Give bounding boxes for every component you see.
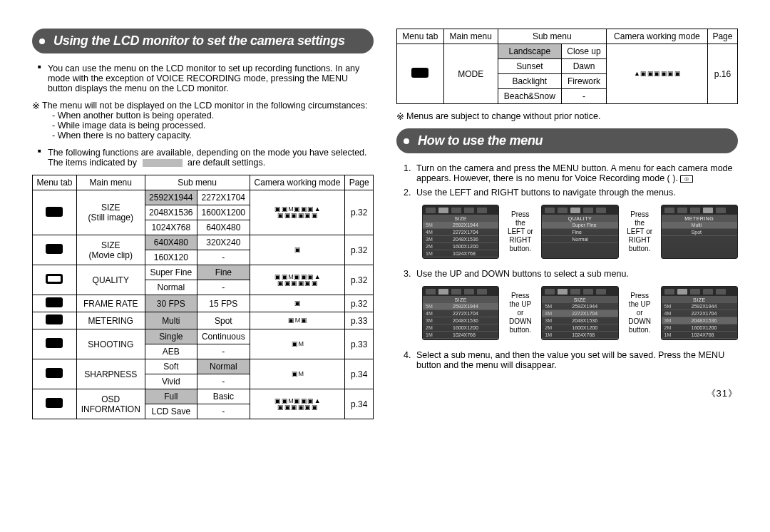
howto-steps-3: Select a sub menu, and then the value yo…: [404, 350, 738, 370]
cell: Vivid: [145, 374, 197, 389]
cell-page: p.32: [345, 190, 374, 235]
cell: 2592X1944: [145, 190, 197, 205]
cell-page: p.33: [345, 312, 374, 329]
cell: Sunset: [498, 59, 561, 74]
menutab-icon: [33, 312, 77, 329]
cam-screen-size-c: SIZE 5M2592X1944 4M2272X1704 3M2048X1536…: [661, 286, 738, 340]
mode-icons: ▣ ▣ M ▣ ▣ ▣ ▲▣ ▣ ▣ ▣ ▣ ▣: [250, 265, 345, 295]
row-sharp: SHARPNESS: [76, 359, 145, 389]
row-frame: FRAME RATE: [76, 295, 145, 312]
cam-title: QUALITY: [542, 215, 617, 222]
section-title-lcd: Using the LCD monitor to set the camera …: [32, 29, 374, 53]
menutab-icon: [33, 329, 77, 359]
no-display-item: When another button is being operated.: [52, 111, 374, 121]
cell: 640X480: [197, 220, 250, 235]
no-display-intro: The menu will not be displayed on the LC…: [42, 101, 367, 111]
th-mode: Camera working mode: [250, 175, 345, 190]
press-ud-label: Press the UP or DOWN button.: [626, 292, 654, 334]
cam-screen-size-b: SIZE 5M2592X1944 4M2272X1704 3M2048X1536…: [541, 286, 618, 340]
cell: Full: [145, 389, 197, 404]
cell: Dawn: [562, 59, 607, 74]
screens-ud: SIZE 5M2592X1944 4M2272X1704 3M2048X1536…: [422, 286, 738, 340]
cell: Firework: [562, 74, 607, 89]
cell: Backlight: [498, 74, 561, 89]
voice-record-icon: ◎: [680, 175, 693, 183]
cell: 160X120: [145, 250, 197, 265]
cell: 30 FPS: [145, 295, 197, 312]
th-menu-tab: Menu tab: [33, 175, 77, 190]
row-shoot: SHOOTING: [76, 329, 145, 359]
cell: Multi: [145, 312, 197, 329]
menutab-icon: [33, 389, 77, 419]
cam-screen-size-a: SIZE 5M2592X1944 4M2272X1704 3M2048X1536…: [422, 286, 499, 340]
row-quality: QUALITY: [76, 265, 145, 295]
menutab-icon: [397, 44, 444, 104]
th: Menu tab: [397, 29, 444, 44]
menu-notice: Menus are subject to change without prio…: [396, 111, 738, 121]
howto-steps-2: Use the UP and DOWN buttons to select a …: [404, 269, 738, 279]
howto-steps: Turn on the camera and press the MENU bu…: [404, 163, 738, 198]
mode-icons: ▣ ▣ M ▣ ▣ ▣ ▲▣ ▣ ▣ ▣ ▣ ▣: [250, 190, 345, 235]
mode-icons: ▣: [250, 295, 345, 312]
mode-icons: ▣ M ▣: [250, 312, 345, 329]
mode-icons: ▣ M: [250, 329, 345, 359]
menutab-icon: [33, 190, 77, 235]
step-1: Turn on the camera and press the MENU bu…: [404, 163, 738, 183]
cell: Fine: [197, 265, 250, 280]
cell: -: [197, 404, 250, 419]
cell: 640X480: [145, 235, 197, 250]
cell-page: p.32: [345, 265, 374, 295]
cam-screen-size: SIZE 5M2592X1944 4M2272X1704 3M2048X1536…: [422, 205, 499, 259]
cell-page: p.34: [345, 389, 374, 419]
cell: 2048X1536: [145, 205, 197, 220]
no-display-block: The menu will not be displayed on the LC…: [32, 101, 374, 140]
cell-page: p.32: [345, 295, 374, 312]
th: Page: [707, 29, 737, 44]
cell: Beach&Snow: [498, 89, 561, 104]
no-display-item: While image data is being processed.: [52, 121, 374, 131]
no-display-item: When there is no battery capacity.: [52, 131, 374, 140]
screens-lr: SIZE 5M2592X1944 4M2272X1704 3M2048X1536…: [422, 205, 738, 259]
functions-intro-b: are default settings.: [188, 158, 265, 168]
cell: -: [197, 250, 250, 265]
cell: 320X240: [197, 235, 250, 250]
cell: 1600X1200: [197, 205, 250, 220]
cell: -: [197, 344, 250, 359]
cell-page: p.33: [345, 329, 374, 359]
mode-icons: ▣ M: [250, 359, 345, 389]
mode-icons: ▣ ▣ M ▣ ▣ ▣ ▲▣ ▣ ▣ ▣ ▣ ▣: [250, 389, 345, 419]
cell: 15 FPS: [197, 295, 250, 312]
row-mode: MODE: [443, 44, 498, 104]
menutab-icon: [33, 295, 77, 312]
cell-page: p.34: [345, 359, 374, 389]
cam-title: SIZE: [662, 297, 737, 303]
cell: Basic: [197, 389, 250, 404]
no-display-list: When another button is being operated. W…: [52, 111, 374, 140]
cam-title: SIZE: [542, 297, 617, 303]
page-number: 《31》: [396, 387, 738, 400]
cell: Close up: [562, 44, 607, 59]
cell: Landscape: [498, 44, 561, 59]
step-4: Select a sub menu, and then the value yo…: [404, 350, 738, 370]
cell: -: [197, 374, 250, 389]
cell: 2272X1704: [197, 190, 250, 205]
cam-title: METERING: [662, 215, 737, 222]
cam-screen-metering: METERING Multi Spot: [661, 205, 738, 259]
th: Main menu: [443, 29, 498, 44]
row-meter: METERING: [76, 312, 145, 329]
cell: Normal: [197, 359, 250, 374]
cell: Super Fine: [145, 265, 197, 280]
cam-title: SIZE: [423, 297, 498, 303]
cell: -: [562, 89, 607, 104]
cell: Normal: [145, 280, 197, 295]
cam-title: SIZE: [423, 215, 498, 222]
th-main-menu: Main menu: [76, 175, 145, 190]
step-3: Use the UP and DOWN buttons to select a …: [404, 269, 738, 279]
row-size-still: SIZE (Still image): [76, 190, 145, 235]
cell: Continuous: [197, 329, 250, 344]
cell: LCD Save: [145, 404, 197, 419]
mode-icons: ▣: [250, 235, 345, 265]
menutab-icon: [33, 359, 77, 389]
default-chip-icon: [143, 159, 183, 167]
cell: Single: [145, 329, 197, 344]
